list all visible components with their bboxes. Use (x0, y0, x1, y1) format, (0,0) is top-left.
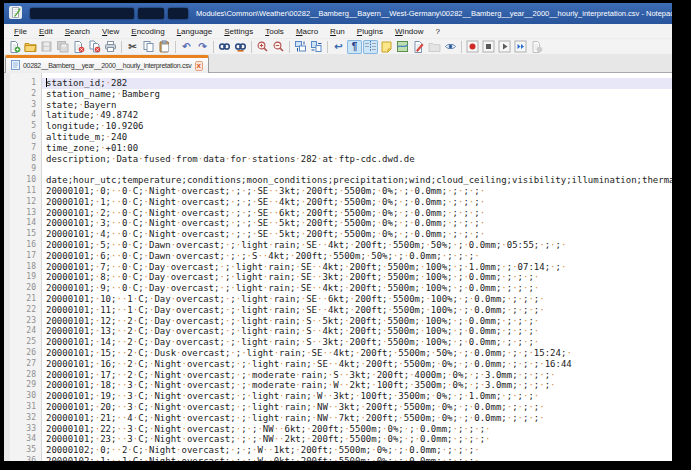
open-file-icon[interactable] (23, 40, 38, 54)
close-file-icon[interactable] (71, 40, 86, 54)
line-number: 35 (10, 445, 42, 456)
redo-icon[interactable]: ↷ (195, 40, 210, 54)
line-text: 20000101;·5;··0·C;·Dawn·overcast;·;·ligh… (42, 240, 672, 251)
menu-item-view[interactable]: View (96, 25, 125, 38)
line-number: 7 (10, 143, 42, 154)
editor-line[interactable]: 2120000101;·10;··1·C;·Day·overcast;·;·li… (4, 294, 672, 305)
line-text: longitude;·10.9206 (42, 121, 672, 132)
editor-line[interactable]: 2station_name;·Bamberg (4, 89, 672, 100)
line-number: 27 (10, 359, 42, 370)
function-list-icon[interactable] (379, 40, 394, 54)
title-bar[interactable]: Modules\Common\Weather\00282__Bamberg__B… (4, 3, 672, 24)
save-icon[interactable] (39, 40, 54, 54)
line-text: 20000101;·22;··3·C;·Night·overcast;·;·;·… (42, 424, 672, 435)
menu-item-encoding[interactable]: Encoding (125, 25, 170, 38)
menu-item-tools[interactable]: Tools (259, 25, 290, 38)
menu-item-window[interactable]: Window (389, 25, 429, 38)
undo-icon[interactable]: ↶ (179, 40, 194, 54)
copy-icon[interactable] (141, 40, 156, 54)
editor-line[interactable]: 1720000101;·6;··0·C;·Dawn·overcast;·;·;·… (4, 251, 672, 262)
tab-csv-file[interactable]: 00282__Bamberg__year__2000__hourly_inter… (5, 55, 209, 73)
line-text: 20000102;·0;··2·C;·Night·overcast;·;·;·W… (42, 445, 672, 456)
sync-horizontal-scroll-icon[interactable] (309, 40, 324, 54)
editor-line[interactable]: 1820000101;·7;··0·C;·Day·overcast;·;·lig… (4, 262, 672, 273)
editor-line[interactable]: 1220000101;·1;··0·C;·Night·overcast;·;·;… (4, 197, 672, 208)
menu-item-file[interactable]: File (8, 25, 33, 38)
menu-item-edit[interactable]: Edit (33, 25, 59, 38)
editor-line[interactable]: 1320000101;·2;··0·C;·Night·overcast;·;·;… (4, 208, 672, 219)
editor-line[interactable]: 2020000101;·9;··0·C;·Day·overcast;·;·lig… (4, 283, 672, 294)
menu-item-[interactable]: ? (430, 25, 446, 38)
replace-icon[interactable] (233, 40, 248, 54)
line-number: 6 (10, 132, 42, 143)
editor-line[interactable]: 1920000101;·8;··0·C;·Day·overcast;·;·lig… (4, 272, 672, 283)
line-number: 28 (10, 370, 42, 381)
editor-line[interactable]: 3120000101;·20;··3·C;·Night·overcast;·;·… (4, 402, 672, 413)
editor-line[interactable]: 3220000101;·21;··4·C;·Night·overcast;·;·… (4, 413, 672, 424)
macro-stop-icon[interactable] (481, 40, 496, 54)
editor-line[interactable]: 5longitude;·10.9206 (4, 121, 672, 132)
menu-item-language[interactable]: Language (171, 25, 219, 38)
editor-line[interactable]: 2420000101;·13;··2·C;·Day·overcast;·;·li… (4, 326, 672, 337)
editor-line[interactable]: 2320000101;·12;··2·C;·Day·overcast;·;·li… (4, 316, 672, 327)
macro-save-icon[interactable] (529, 40, 544, 54)
editor-line[interactable]: 2220000101;·11;··1·C;·Day·overcast;·;·li… (4, 305, 672, 316)
editor-line[interactable]: 3520000102;·0;··2·C;·Night·overcast;·;·;… (4, 445, 672, 456)
save-all-icon[interactable] (55, 40, 70, 54)
line-number: 24 (10, 326, 42, 337)
paste-icon[interactable] (157, 40, 172, 54)
editor-line[interactable]: 1station_id;·282 (4, 78, 672, 89)
editor-line[interactable]: 2820000101;·17;··2·C;·Night·overcast;·;·… (4, 370, 672, 381)
editor-line[interactable]: 8description;·Data·fused·from·data·for·s… (4, 154, 672, 165)
editor-line[interactable]: 1420000101;·3;··0·C;·Night·overcast;·;·;… (4, 218, 672, 229)
editor-line[interactable]: 3320000101;·22;··3·C;·Night·overcast;·;·… (4, 424, 672, 435)
document-list-icon[interactable] (411, 40, 426, 54)
find-icon[interactable] (217, 40, 232, 54)
editor-line[interactable]: 3state;·Bayern (4, 100, 672, 111)
editor-line[interactable]: 2920000101;·18;··3·C;·Night·overcast;·;·… (4, 380, 672, 391)
editor-line[interactable]: 7time_zone;·+01:00 (4, 143, 672, 154)
editor-line[interactable]: 3020000101;·19;··3·C;·Night·overcast;·;·… (4, 391, 672, 402)
editor-area[interactable]: 1station_id;·2822station_name;·Bamberg3s… (4, 73, 672, 461)
menu-item-plugins[interactable]: Plugins (351, 25, 389, 38)
show-all-characters-icon[interactable]: ¶ (347, 40, 362, 54)
editor-line[interactable]: 10date;hour_utc;temperature;conditions;m… (4, 175, 672, 186)
line-number: 33 (10, 424, 42, 435)
editor-line[interactable]: 9 (4, 164, 672, 175)
macro-run-multiple-icon[interactable] (513, 40, 528, 54)
menu-item-macro[interactable]: Macro (290, 25, 324, 38)
editor-line[interactable]: 3420000101;·23;··3·C;·Night·overcast;·;·… (4, 434, 672, 445)
editor-line[interactable]: 2620000101;·15;··2·C;·Dusk·overcast;·;·l… (4, 348, 672, 359)
document-map-icon[interactable] (395, 40, 410, 54)
editor-line[interactable]: 1620000101;·5;··0·C;·Dawn·overcast;·;·li… (4, 240, 672, 251)
zoom-in-icon[interactable] (255, 40, 270, 54)
close-all-icon[interactable] (87, 40, 102, 54)
editor-line[interactable]: 1120000101;·0;··0·C;·Night·overcast;·;·;… (4, 186, 672, 197)
editor-line[interactable]: 1520000101;·4;··0·C;·Night·overcast;·;·;… (4, 229, 672, 240)
cut-icon[interactable]: ✂ (125, 40, 140, 54)
editor-line[interactable]: 3620000102;·1;··1·C;·Night·overcast;·;·;… (4, 456, 672, 461)
menu-item-run[interactable]: Run (324, 25, 351, 38)
menu-item-settings[interactable]: Settings (218, 25, 259, 38)
macro-play-icon[interactable] (497, 40, 512, 54)
tab-close-icon[interactable]: x (195, 61, 203, 71)
line-number: 20 (10, 283, 42, 294)
sync-vertical-scroll-icon[interactable] (293, 40, 308, 54)
line-number: 30 (10, 391, 42, 402)
editor-line[interactable]: 2520000101;·14;··2·C;·Day·overcast;·;·li… (4, 337, 672, 348)
editor-line[interactable]: 4latitude;·49.8742 (4, 110, 672, 121)
indent-guide-icon[interactable] (363, 40, 378, 54)
toolbar-separator (289, 41, 290, 53)
folder-as-workspace-icon[interactable] (427, 40, 442, 54)
menu-item-search[interactable]: Search (59, 25, 96, 38)
macro-record-icon[interactable] (465, 40, 480, 54)
zoom-out-icon[interactable] (271, 40, 286, 54)
line-number: 10 (10, 175, 42, 186)
file-monitoring-icon[interactable] (443, 40, 458, 54)
notepadpp-app-icon (9, 5, 22, 23)
word-wrap-icon[interactable]: ↩ (331, 40, 346, 54)
print-icon[interactable] (103, 40, 118, 54)
new-file-icon[interactable] (7, 40, 22, 54)
editor-line[interactable]: 6altitude_m;·240 (4, 132, 672, 143)
editor-line[interactable]: 2720000101;·16;··2·C;·Night·overcast;·;·… (4, 359, 672, 370)
